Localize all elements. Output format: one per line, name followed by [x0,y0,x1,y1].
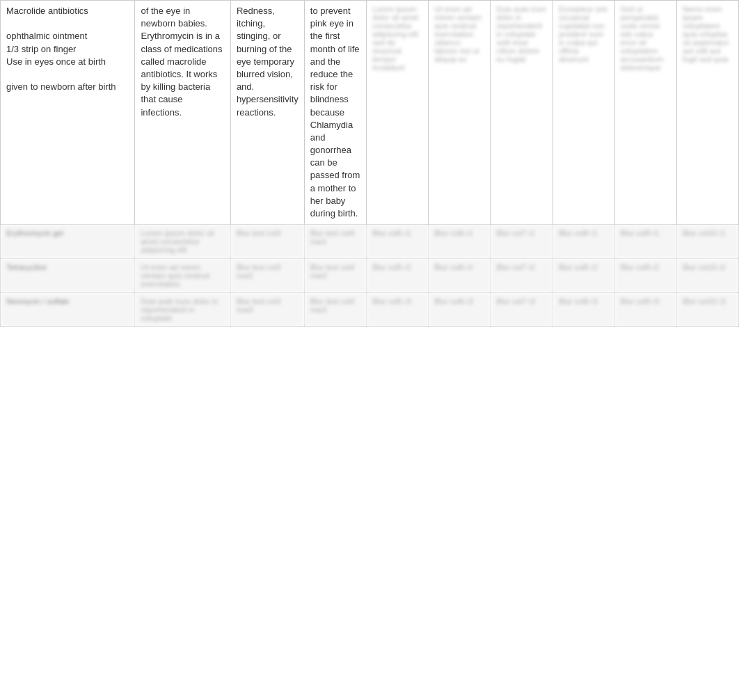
blurred-text-9: Sed ut perspiciatis unde omnis iste natu… [621,5,664,72]
footer-cell-1-9: Blur col9 r1 [614,225,676,259]
footer-cell-2-4: Blur text col4 row2 [304,259,366,293]
cell-blurred-9: Sed ut perspiciatis unde omnis iste natu… [614,1,676,225]
main-table: Macrolide antibiotics ophthalmic ointmen… [0,0,739,327]
footer-cell-3-8: Blur col8 r3 [553,293,614,327]
footer-cell-2-5: Blur col5 r2 [367,259,429,293]
footer-cell-3-7: Blur col7 r3 [491,293,553,327]
page-container: Macrolide antibiotics ophthalmic ointmen… [0,0,739,327]
footer-cell-3-9: Blur col9 r3 [614,293,676,327]
footer-cell-1-1: Erythromycin gel [1,225,135,259]
table-row-footer-3: Neomycin / sulfate Duis aute irure dolor… [1,293,739,327]
footer-cell-1-8: Blur col8 r1 [553,225,614,259]
footer-cell-2-9: Blur col9 r2 [614,259,676,293]
purpose-text: to prevent pink eye in the first month o… [310,6,360,218]
footer-cell-2-3: Blur text col3 row2 [230,259,304,293]
blurred-text-7: Duis aute irure dolor in reprehenderit i… [496,5,546,63]
table-row-footer-2: Tetracycline Ut enim ad minim veniam qui… [1,259,739,293]
cell-purpose: to prevent pink eye in the first month o… [304,1,366,225]
drug-dosage: 1/3 strip on finger [6,43,129,56]
footer-drug-3: Neomycin / sulfate [6,297,69,305]
footer-cell-2-6: Blur col6 r2 [429,259,491,293]
footer-cell-1-2: Lorem ipsum dolor sit amet consectetur a… [135,225,230,259]
cell-side-effects: Redness, itching, stinging, or burning o… [230,1,304,225]
footer-drug-2: Tetracycline [6,263,47,271]
drug-use: Use in eyes once at birth [6,56,129,68]
footer-cell-3-10: Blur col10 r3 [676,293,738,327]
blurred-text-5: Lorem ipsum dolor sit amet consectetur a… [372,5,418,72]
cell-blurred-6: Ut enim ad minim veniam quis nostrud exe… [429,1,491,225]
footer-cell-3-6: Blur col6 r3 [429,293,491,327]
cell-blurred-10: Nemo enim ipsam voluptatem quia voluptas… [676,1,738,225]
table-row-footer-1: Erythromycin gel Lorem ipsum dolor sit a… [1,225,739,259]
footer-cell-2-8: Blur col8 r2 [553,259,614,293]
footer-cell-3-1: Neomycin / sulfate [1,293,135,327]
cell-drug-name: Macrolide antibiotics ophthalmic ointmen… [1,1,135,225]
blurred-text-6: Ut enim ad minim veniam quis nostrud exe… [434,5,482,63]
footer-cell-3-5: Blur col5 r3 [367,293,429,327]
footer-drug-1: Erythromycin gel [6,229,63,237]
cell-blurred-8: Excepteur sint occaecat cupidatat non pr… [553,1,614,225]
blurred-text-8: Excepteur sint occaecat cupidatat non pr… [559,5,607,63]
description-text: of the eye in newborn babies. Erythromyc… [141,6,222,118]
footer-cell-1-3: Blur text col3 [230,225,304,259]
blurred-text-10: Nemo enim ipsam voluptatem quia voluptas… [683,5,729,63]
footer-cell-2-2: Ut enim ad minim veniam quis nostrud exe… [135,259,230,293]
footer-cell-3-4: Blur text col4 row3 [304,293,366,327]
footer-cell-1-4: Blur text col4 row1 [304,225,366,259]
drug-name: Macrolide antibiotics [6,5,129,17]
footer-cell-2-7: Blur col7 r2 [491,259,553,293]
footer-cell-2-10: Blur col10 r2 [676,259,738,293]
footer-cell-1-7: Blur col7 r1 [491,225,553,259]
cell-blurred-5: Lorem ipsum dolor sit amet consectetur a… [367,1,429,225]
footer-cell-1-5: Blur col5 r1 [367,225,429,259]
cell-blurred-7: Duis aute irure dolor in reprehenderit i… [491,1,553,225]
footer-cell-1-6: Blur col6 r1 [429,225,491,259]
side-effects-text: Redness, itching, stinging, or burning o… [237,6,299,118]
drug-form: ophthalmic ointment [6,30,129,42]
footer-cell-1-10: Blur col10 r1 [676,225,738,259]
footer-cell-3-2: Duis aute irure dolor in reprehenderit i… [135,293,230,327]
footer-cell-3-3: Blur text col3 row3 [230,293,304,327]
cell-description: of the eye in newborn babies. Erythromyc… [135,1,230,225]
table-row-main: Macrolide antibiotics ophthalmic ointmen… [1,1,739,225]
drug-given: given to newborn after birth [6,81,129,93]
footer-cell-2-1: Tetracycline [1,259,135,293]
